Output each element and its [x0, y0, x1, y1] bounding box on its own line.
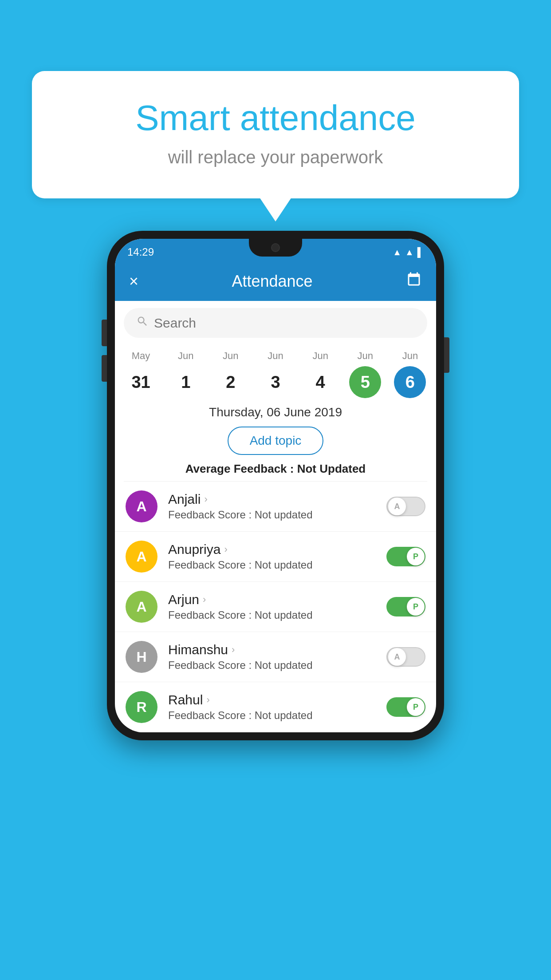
- student-name: Arjun›: [168, 592, 376, 607]
- status-time: 14:29: [127, 246, 154, 258]
- cal-month-label: Jun: [223, 350, 238, 362]
- bubble-subtitle: will replace your paperwork: [54, 147, 497, 167]
- cal-date-num[interactable]: 1: [170, 366, 202, 398]
- calendar-button[interactable]: [406, 272, 422, 292]
- score-value: Not updated: [255, 709, 313, 721]
- calendar-day[interactable]: Jun1: [163, 350, 208, 398]
- cal-date-num[interactable]: 5: [349, 366, 381, 398]
- power-button[interactable]: [444, 337, 449, 373]
- chevron-icon: ›: [224, 544, 227, 555]
- calendar-day[interactable]: Jun3: [253, 350, 298, 398]
- cal-month-label: Jun: [358, 350, 373, 362]
- student-name-text: Anjali: [168, 492, 201, 507]
- score-label: Feedback Score :: [168, 509, 252, 521]
- student-score: Feedback Score : Not updated: [168, 559, 376, 571]
- calendar-day[interactable]: Jun2: [208, 350, 253, 398]
- chevron-icon: ›: [204, 494, 207, 505]
- search-bar[interactable]: [124, 308, 427, 338]
- avatar: A: [126, 490, 157, 522]
- toggle-knob: P: [407, 698, 425, 716]
- score-label: Feedback Score :: [168, 609, 252, 621]
- phone-screen: 14:29 ▲ ▲ ▌ × Attendance: [115, 239, 436, 732]
- chevron-icon: ›: [206, 694, 209, 706]
- toggle-knob: A: [388, 498, 406, 515]
- score-label: Feedback Score :: [168, 709, 252, 721]
- vol-up-button[interactable]: [102, 320, 107, 346]
- camera: [271, 243, 280, 252]
- avatar: H: [126, 641, 157, 673]
- cal-date-num[interactable]: 4: [304, 366, 336, 398]
- avg-feedback: Average Feedback : Not Updated: [115, 462, 436, 481]
- score-label: Feedback Score :: [168, 659, 252, 671]
- wifi-icon: ▲: [393, 247, 401, 257]
- calendar-day[interactable]: Jun4: [298, 350, 343, 398]
- student-name: Himanshu›: [168, 642, 376, 657]
- student-info: Anjali›Feedback Score : Not updated: [168, 492, 376, 521]
- student-info: Himanshu›Feedback Score : Not updated: [168, 642, 376, 672]
- signal-icon: ▲: [405, 247, 414, 257]
- search-input[interactable]: [154, 316, 415, 331]
- student-name: Anjali›: [168, 492, 376, 507]
- attendance-toggle[interactable]: A: [386, 647, 425, 667]
- student-name: Rahul›: [168, 692, 376, 707]
- score-value: Not updated: [255, 609, 313, 621]
- avatar: A: [126, 541, 157, 573]
- student-name-text: Rahul: [168, 692, 203, 707]
- cal-month-label: May: [132, 350, 150, 362]
- cal-month-label: Jun: [178, 350, 193, 362]
- attendance-toggle[interactable]: P: [386, 697, 425, 717]
- calendar-day[interactable]: Jun5: [343, 350, 388, 398]
- phone-notch: [249, 239, 302, 257]
- speech-bubble: Smart attendance will replace your paper…: [32, 71, 519, 198]
- cal-date-num[interactable]: 3: [260, 366, 291, 398]
- student-info: Arjun›Feedback Score : Not updated: [168, 592, 376, 621]
- avatar: R: [126, 691, 157, 723]
- chevron-icon: ›: [203, 594, 206, 605]
- student-score: Feedback Score : Not updated: [168, 709, 376, 722]
- score-value: Not updated: [255, 559, 313, 571]
- student-item[interactable]: HHimanshu›Feedback Score : Not updatedA: [115, 632, 436, 682]
- student-score: Feedback Score : Not updated: [168, 509, 376, 521]
- student-score: Feedback Score : Not updated: [168, 659, 376, 672]
- app-title: Attendance: [232, 272, 312, 291]
- chevron-icon: ›: [232, 644, 235, 656]
- student-name-text: Himanshu: [168, 642, 228, 657]
- attendance-toggle[interactable]: A: [386, 497, 425, 516]
- student-info: Rahul›Feedback Score : Not updated: [168, 692, 376, 722]
- student-item[interactable]: AArjun›Feedback Score : Not updatedP: [115, 582, 436, 632]
- attendance-toggle[interactable]: P: [386, 547, 425, 566]
- calendar-day[interactable]: Jun6: [388, 350, 433, 398]
- cal-date-num[interactable]: 31: [125, 366, 157, 398]
- bubble-title: Smart attendance: [54, 98, 497, 138]
- students-list: AAnjali›Feedback Score : Not updatedAAAn…: [115, 482, 436, 732]
- student-item[interactable]: RRahul›Feedback Score : Not updatedP: [115, 682, 436, 732]
- cal-date-num[interactable]: 2: [215, 366, 247, 398]
- close-button[interactable]: ×: [129, 272, 138, 291]
- avatar: A: [126, 591, 157, 623]
- student-name-text: Anupriya: [168, 542, 220, 557]
- status-icons: ▲ ▲ ▌: [393, 247, 424, 257]
- cal-month-label: Jun: [268, 350, 283, 362]
- student-item[interactable]: AAnupriya›Feedback Score : Not updatedP: [115, 532, 436, 582]
- calendar-row: May31Jun1Jun2Jun3Jun4Jun5Jun6: [115, 345, 436, 402]
- student-item[interactable]: AAnjali›Feedback Score : Not updatedA: [115, 482, 436, 532]
- cal-month-label: Jun: [312, 350, 328, 362]
- calendar-day[interactable]: May31: [118, 350, 163, 398]
- toggle-knob: P: [407, 548, 425, 565]
- avg-feedback-label: Average Feedback :: [185, 462, 294, 475]
- toggle-knob: A: [388, 648, 406, 666]
- cal-date-num[interactable]: 6: [394, 366, 426, 398]
- avg-feedback-value: Not Updated: [297, 462, 366, 475]
- score-value: Not updated: [255, 659, 313, 671]
- selected-date: Thursday, 06 June 2019: [115, 402, 436, 427]
- toggle-knob: P: [407, 598, 425, 616]
- phone-mockup: 14:29 ▲ ▲ ▌ × Attendance: [107, 231, 444, 740]
- attendance-toggle[interactable]: P: [386, 597, 425, 616]
- vol-down-button[interactable]: [102, 355, 107, 382]
- add-topic-button[interactable]: Add topic: [228, 427, 324, 455]
- student-score: Feedback Score : Not updated: [168, 609, 376, 621]
- student-name: Anupriya›: [168, 542, 376, 557]
- cal-month-label: Jun: [402, 350, 418, 362]
- phone-body: 14:29 ▲ ▲ ▌ × Attendance: [107, 231, 444, 740]
- battery-icon: ▌: [417, 247, 424, 257]
